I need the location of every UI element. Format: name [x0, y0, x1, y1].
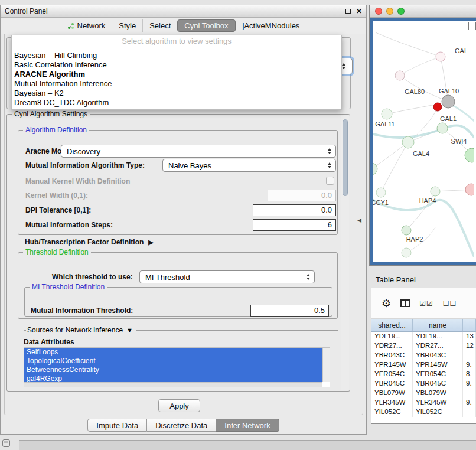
table-row[interactable]: YDR27...YDR27...12 — [371, 341, 476, 351]
tab-style[interactable]: Style — [112, 19, 142, 32]
data-attribute-item[interactable]: TopologicalCoefficient — [24, 357, 322, 366]
table-row[interactable]: YBR043CYBR043C — [371, 351, 476, 360]
network-edge[interactable] — [373, 198, 474, 257]
dpi-tolerance-label: DPI Tolerance [0,1]: — [25, 207, 91, 214]
network-node[interactable] — [433, 103, 442, 111]
combo-arrows-icon — [328, 148, 331, 154]
tab-cyni-toolbox[interactable]: Cyni Toolbox — [177, 19, 235, 32]
dropdown-item[interactable]: ARACNE Algorithm — [12, 70, 341, 79]
gear-icon[interactable]: ⚙ — [382, 298, 391, 309]
network-node[interactable] — [465, 148, 474, 162]
network-node[interactable] — [437, 123, 448, 133]
table-row[interactable]: YIL052CYIL052C — [371, 407, 476, 417]
tab-impute-data[interactable]: Impute Data — [87, 419, 147, 432]
table-column-header[interactable]: name — [413, 319, 463, 331]
table-column-header[interactable]: shared... — [371, 319, 413, 331]
hub-definition-expander[interactable]: Hub/Transcription Factor Definition ▶ — [25, 238, 154, 246]
table-row[interactable]: YLR345WYLR345W9. — [371, 398, 476, 407]
mi-type-select[interactable]: Naive Bayes — [162, 159, 336, 172]
dropdown-item[interactable]: Bayesian – Hill Climbing — [12, 51, 341, 60]
dropdown-item[interactable]: Dream8 DC_TDC Algorithm — [12, 98, 341, 107]
which-threshold-select[interactable]: MI Threshold — [139, 270, 315, 283]
table-cell — [463, 407, 476, 417]
threshold-definition-group: Threshold Definition Which threshold to … — [18, 252, 338, 319]
settings-scrollbar[interactable] — [341, 115, 349, 390]
tab-bar: Network Style Select Cyni Toolbox jActiv… — [1, 18, 366, 34]
data-attribute-item[interactable]: SelfLoops — [24, 348, 322, 357]
kernel-width-field[interactable]: 0.0 — [268, 190, 336, 201]
network-node[interactable] — [395, 71, 405, 80]
tab-discretize-data[interactable]: Discretize Data — [147, 419, 216, 432]
table-cell: YDR27... — [413, 341, 463, 351]
scrollbar-thumb[interactable] — [343, 119, 348, 196]
table-column-header[interactable] — [463, 319, 476, 331]
select-all-icon[interactable]: ☑☑ — [419, 299, 433, 308]
network-edge[interactable] — [381, 142, 408, 193]
dropdown-item[interactable]: Mutual Information Inference — [12, 79, 341, 89]
close-traffic-light-icon[interactable] — [375, 8, 382, 15]
network-node[interactable] — [376, 188, 386, 197]
aracne-mode-select[interactable]: Discovery — [61, 145, 336, 158]
table-cell: YDL19... — [371, 332, 413, 341]
table-row[interactable]: YER054CYER054C8. — [371, 370, 476, 379]
data-attributes-list[interactable]: SelfLoopsTopologicalCoefficientBetweenne… — [24, 347, 330, 387]
network-node[interactable] — [431, 187, 440, 196]
table-row[interactable]: YBR045CYBR045C9. — [371, 379, 476, 389]
network-window-titlebar[interactable] — [370, 5, 476, 18]
close-window-icon[interactable]: ✕ — [356, 8, 362, 14]
dropdown-placeholder: Select algorithm to view settings — [12, 37, 341, 46]
minimize-traffic-light-icon[interactable] — [386, 8, 393, 15]
tab-network[interactable]: Network — [61, 19, 112, 32]
network-edge[interactable] — [400, 57, 441, 76]
splitter-collapse-icon[interactable]: ◀ — [357, 217, 361, 223]
data-attribute-item[interactable]: BetweennessCentrality — [24, 366, 322, 374]
apply-button[interactable]: Apply — [158, 399, 200, 412]
table-cell: YDL19... — [413, 332, 463, 341]
network-node[interactable] — [382, 109, 392, 119]
network-node[interactable] — [373, 163, 377, 175]
dropdown-item[interactable]: Basic Correlation Inference — [12, 60, 341, 70]
control-panel-titlebar[interactable]: Control Panel ✕ — [1, 5, 366, 18]
tab-select[interactable]: Select — [142, 19, 177, 32]
control-panel-window: Control Panel ✕ Network Style Select Cyn… — [0, 5, 367, 435]
sources-section-header[interactable]: Sources for Network Inference ▼ — [24, 326, 338, 334]
table-cell: YBL079W — [371, 389, 413, 398]
network-node[interactable] — [402, 248, 411, 257]
deselect-all-icon[interactable]: ☐☐ — [443, 299, 457, 308]
table-row[interactable]: YDL19...YDL19...13 — [371, 332, 476, 341]
tab-jactivemnodules[interactable]: jActiveMNodules — [236, 19, 307, 32]
minimized-panel-icon[interactable] — [2, 439, 10, 447]
table-cell: YPR145W — [371, 360, 413, 370]
kernel-width-label: Kernel Width (0,1): — [25, 192, 88, 200]
combo-down-arrow-icon — [342, 67, 345, 69]
mi-threshold-legend: MI Threshold Definition — [30, 283, 107, 291]
table-cell: YER054C — [413, 370, 463, 379]
tab-infer-network[interactable]: Infer Network — [216, 419, 279, 432]
mi-steps-label: Mutual Information Steps: — [25, 221, 113, 229]
dropdown-item[interactable]: Bayesian – K2 — [12, 89, 341, 98]
network-node[interactable] — [442, 95, 455, 108]
network-node[interactable] — [402, 136, 414, 148]
manual-kernel-checkbox[interactable] — [326, 177, 334, 185]
mi-threshold-field[interactable]: 0.5 — [250, 305, 329, 317]
table-row[interactable]: YBL079WYBL079W — [371, 389, 476, 398]
column-selector-icon[interactable] — [400, 299, 410, 307]
mi-steps-field[interactable]: 6 — [253, 219, 336, 231]
network-edge[interactable] — [376, 32, 441, 57]
network-edge[interactable] — [373, 142, 408, 169]
list-horizontal-scrollbar[interactable] — [24, 382, 322, 387]
network-node[interactable] — [465, 184, 474, 195]
network-canvas[interactable]: GALGAL80GAL10GAL11GAL1SWI4GAL4GCY1HAP4HA… — [373, 21, 476, 262]
table-cell — [463, 351, 476, 360]
list-vertical-scrollbar[interactable] — [322, 348, 330, 382]
network-edge[interactable] — [441, 57, 448, 102]
table-cell: YDR27... — [371, 341, 413, 351]
dpi-tolerance-field[interactable]: 0.0 — [253, 204, 336, 216]
network-node[interactable] — [402, 226, 411, 235]
table-row[interactable]: YPR145WYPR145W9. — [371, 360, 476, 370]
table-cell: YBR045C — [371, 379, 413, 389]
float-window-icon[interactable] — [345, 9, 351, 14]
network-node[interactable] — [436, 52, 445, 61]
mi-type-label: Mutual Information Algorithm Type: — [25, 162, 145, 169]
zoom-traffic-light-icon[interactable] — [397, 8, 405, 15]
